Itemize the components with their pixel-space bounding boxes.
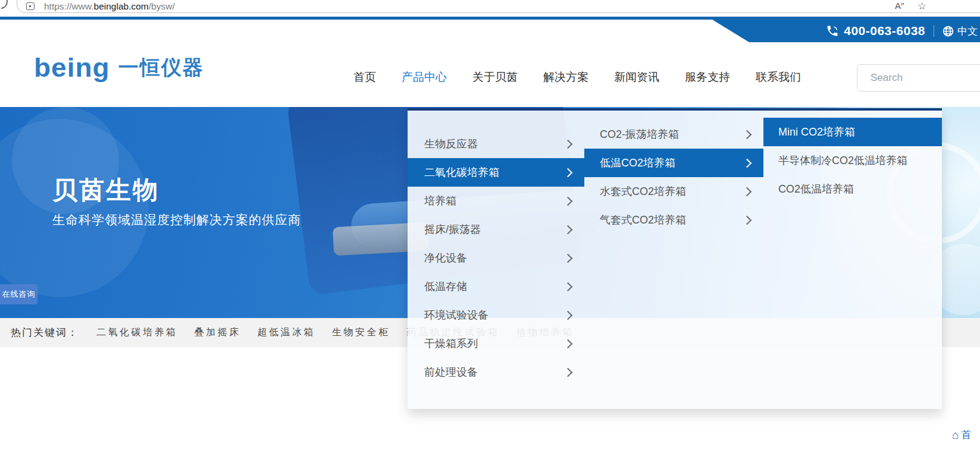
search-input[interactable] [857, 65, 980, 91]
favorites-star-icon[interactable]: ☆ [918, 0, 926, 12]
menu-item-label: 气套式CO2培养箱 [600, 213, 686, 227]
chevron-right-icon [563, 196, 573, 206]
menu-item-incubator[interactable]: 培养箱 [408, 187, 584, 215]
chevron-right-icon [563, 367, 573, 377]
globe-icon [943, 26, 954, 37]
menu-item-label: 摇床/振荡器 [424, 222, 481, 237]
keyword-stacked-shaker[interactable]: 叠加摇床 [195, 326, 241, 339]
chevron-right-icon [743, 215, 752, 225]
nav-item-home[interactable]: 首页 [353, 70, 376, 85]
products-dropdown: 生物反应器 二氧化碳培养箱 培养箱 摇床/振荡器 净化设备 低温存储 [408, 108, 942, 409]
home-label: 首 [961, 428, 971, 442]
menu-item-label: 二氧化碳培养箱 [424, 165, 499, 180]
chevron-right-icon [563, 310, 573, 320]
menu-item-label: 环境试验设备 [424, 308, 489, 322]
menu-item-label: 前处理设备 [424, 365, 478, 379]
menu-item-label: 半导体制冷CO2低温培养箱 [778, 153, 907, 168]
menu-item-purification[interactable]: 净化设备 [408, 244, 584, 272]
menu-item-mini-co2-incubator[interactable]: Mini CO2培养箱 [763, 118, 942, 146]
nav-item-about[interactable]: 关于贝茵 [472, 70, 518, 85]
menu-item-air-jacket-co2-incubator[interactable]: 气套式CO2培养箱 [584, 206, 763, 234]
chevron-right-icon [563, 168, 573, 177]
dropdown-level2: CO2-振荡培养箱 低温CO2培养箱 水套式CO2培养箱 气套式CO2培养箱 [584, 111, 763, 409]
menu-item-cold-storage[interactable]: 低温存储 [408, 272, 584, 301]
menu-item-low-temp-co2-incubator[interactable]: 低温CO2培养箱 [584, 149, 763, 177]
chevron-right-icon [563, 253, 573, 263]
breadcrumb-home-link[interactable]: ⌂ 首 [952, 428, 971, 442]
url-text[interactable]: https://www.beinglab.com/bysw/ [44, 1, 175, 12]
hero-title: 贝茵生物 [52, 174, 159, 207]
logo-text-cn: 一恒仪器 [118, 54, 204, 81]
online-consult-button[interactable]: 在线咨询 [0, 284, 37, 304]
menu-item-label: 干燥箱系列 [424, 336, 478, 351]
menu-item-label: CO2低温培养箱 [778, 182, 854, 196]
menu-item-co2-shaking-incubator[interactable]: CO2-振荡培养箱 [584, 120, 763, 149]
menu-item-label: 净化设备 [424, 251, 467, 265]
chevron-right-icon [563, 225, 573, 234]
nav-item-contact[interactable]: 联系我们 [756, 70, 801, 85]
top-accent-line [0, 17, 980, 20]
search-box [857, 64, 980, 92]
dropdown-level1: 生物反应器 二氧化碳培养箱 培养箱 摇床/振荡器 净化设备 低温存储 [408, 111, 584, 409]
keyword-co2-incubator[interactable]: 二氧化碳培养箱 [96, 326, 178, 339]
chevron-right-icon [563, 339, 573, 348]
menu-item-label: CO2-振荡培养箱 [600, 127, 679, 141]
menu-item-co2-incubator[interactable]: 二氧化碳培养箱 [408, 158, 584, 187]
nav-item-news[interactable]: 新闻资讯 [614, 70, 659, 85]
phone-block: 400-063-6038 [826, 24, 925, 38]
logo[interactable]: being 一恒仪器 [34, 54, 204, 81]
browser-chrome: https://www.beinglab.com/bysw/ A″ ☆ [0, 0, 980, 17]
menu-item-label: 低温存储 [424, 279, 467, 294]
site-info-icon[interactable] [26, 2, 35, 10]
chevron-right-icon [743, 158, 752, 168]
menu-item-semiconductor-co2-incubator[interactable]: 半导体制冷CO2低温培养箱 [763, 146, 942, 175]
keyword-ult-freezer[interactable]: 超低温冰箱 [258, 326, 316, 339]
menu-item-shaker[interactable]: 摇床/振荡器 [408, 215, 584, 244]
chevron-right-icon [563, 139, 573, 149]
nav-item-products[interactable]: 产品中心 [402, 70, 447, 85]
language-label: 中文 [957, 24, 978, 38]
refresh-icon[interactable] [0, 0, 11, 12]
hero-subtitle: 生命科学领域温湿度控制解决方案的供应商 [52, 212, 301, 228]
menu-item-bioreactor[interactable]: 生物反应器 [408, 130, 584, 158]
phone-number[interactable]: 400-063-6038 [844, 24, 925, 38]
keywords-label: 热门关键词： [11, 326, 79, 339]
menu-item-label: 培养箱 [424, 194, 456, 208]
site-header: 400-063-6038 中文 being 一恒仪器 首页 产品中心 关于贝茵 … [0, 20, 980, 107]
language-switch[interactable]: 中文 [943, 24, 978, 38]
dropdown-level3: Mini CO2培养箱 半导体制冷CO2低温培养箱 CO2低温培养箱 [763, 111, 942, 409]
chevron-right-icon [563, 282, 573, 291]
keyword-biosafety-cabinet[interactable]: 生物安全柜 [332, 326, 390, 339]
logo-text-en: being [34, 55, 110, 81]
page: https://www.beinglab.com/bysw/ A″ ☆ 400-… [0, 0, 980, 450]
menu-item-label: Mini CO2培养箱 [778, 125, 855, 139]
nav-item-support[interactable]: 服务支持 [685, 70, 730, 85]
topbar-divider [934, 25, 934, 37]
main-nav: 首页 产品中心 关于贝茵 解决方案 新闻资讯 服务支持 联系我们 [353, 70, 801, 85]
home-icon: ⌂ [952, 429, 959, 442]
url-domain: beinglab.com [94, 1, 149, 11]
chevron-right-icon [743, 130, 752, 139]
menu-item-label: 低温CO2培养箱 [600, 156, 675, 170]
menu-item-co2-low-temp-incubator[interactable]: CO2低温培养箱 [763, 175, 942, 203]
contact-topbar: 400-063-6038 中文 [704, 20, 980, 42]
chevron-right-icon [743, 187, 752, 196]
menu-item-label: 水套式CO2培养箱 [600, 184, 686, 199]
menu-item-label: 生物反应器 [424, 137, 478, 151]
url-path: /bysw/ [149, 1, 175, 11]
menu-item-environment-test[interactable]: 环境试验设备 [408, 301, 584, 329]
menu-item-drying-oven[interactable]: 干燥箱系列 [408, 329, 584, 358]
menu-item-water-jacket-co2-incubator[interactable]: 水套式CO2培养箱 [584, 177, 763, 206]
menu-item-pretreatment[interactable]: 前处理设备 [408, 358, 584, 386]
nav-item-solutions[interactable]: 解决方案 [543, 70, 588, 85]
phone-icon [826, 24, 839, 37]
read-aloud-icon[interactable]: A″ [895, 1, 904, 11]
url-scheme: https://www. [44, 1, 94, 11]
